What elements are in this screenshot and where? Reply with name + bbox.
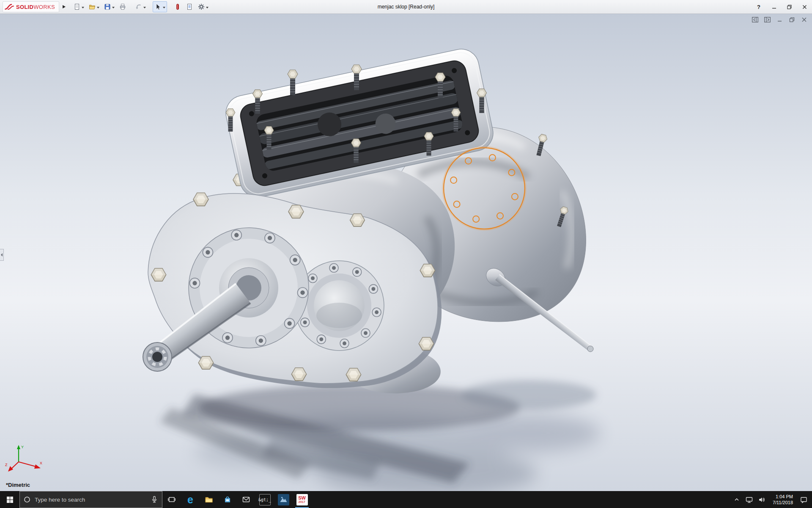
file-explorer-icon bbox=[205, 495, 213, 504]
ds-swoosh-icon bbox=[5, 3, 14, 10]
z-axis-arrow bbox=[8, 466, 13, 472]
standard-toolbar bbox=[71, 1, 210, 12]
start-button[interactable] bbox=[0, 491, 19, 508]
dropdown-caret bbox=[163, 7, 165, 10]
taskbar-app-edge[interactable]: e bbox=[181, 491, 200, 508]
windows-logo-icon bbox=[7, 497, 13, 503]
solidworks-2017-icon: SW 2017 bbox=[296, 494, 308, 505]
taskbar-app-command-prompt[interactable]: &gt;_ bbox=[255, 491, 274, 508]
dropdown-caret bbox=[82, 7, 84, 10]
orientation-triad: Y X Z bbox=[4, 443, 44, 479]
left-pane-collapse-tab[interactable] bbox=[0, 249, 4, 261]
brand-name: SOLIDWORKS bbox=[16, 4, 55, 10]
task-view-icon bbox=[168, 496, 176, 503]
options-button[interactable] bbox=[196, 1, 210, 12]
rebuild-icon bbox=[174, 3, 181, 11]
scene-svg[interactable] bbox=[0, 14, 812, 491]
taskbar-app-file-explorer[interactable] bbox=[200, 491, 218, 508]
open-folder-icon bbox=[88, 3, 96, 11]
minimize-button[interactable] bbox=[766, 0, 782, 14]
minimize-icon bbox=[777, 17, 782, 22]
secondary-bearing-cover[interactable] bbox=[294, 261, 384, 351]
edge-icon: e bbox=[187, 494, 193, 505]
collapse-arrow-icon bbox=[1, 253, 3, 257]
mail-envelope-icon bbox=[242, 495, 250, 504]
select-button[interactable] bbox=[153, 1, 167, 12]
close-button[interactable] bbox=[797, 0, 812, 14]
volume-status[interactable] bbox=[756, 491, 768, 508]
taskbar-app-store[interactable] bbox=[218, 491, 237, 508]
new-document-icon bbox=[73, 3, 81, 11]
undo-button[interactable] bbox=[133, 1, 148, 12]
taskbar-app-solidworks[interactable]: SW 2017 bbox=[293, 491, 311, 508]
document-minimize-button[interactable] bbox=[776, 16, 783, 23]
menu-flyout-button[interactable] bbox=[60, 1, 68, 12]
volume-icon bbox=[758, 496, 765, 503]
view-orientation-label: *Dimetric bbox=[6, 482, 30, 488]
store-bag-icon bbox=[223, 495, 232, 504]
save-icon bbox=[104, 3, 111, 11]
z-axis-label: Z bbox=[5, 463, 8, 467]
document-restore-button[interactable] bbox=[788, 16, 796, 23]
maximize-restore-button[interactable] bbox=[782, 0, 797, 14]
network-icon bbox=[746, 496, 753, 503]
command-prompt-icon: &gt;_ bbox=[259, 494, 271, 505]
window-controls: ? bbox=[751, 0, 812, 14]
new-document-button[interactable] bbox=[71, 1, 86, 12]
save-button[interactable] bbox=[102, 1, 116, 12]
help-button[interactable]: ? bbox=[751, 0, 766, 14]
task-view-button[interactable] bbox=[162, 491, 181, 508]
windows-taskbar: e &gt;_ SW 2017 bbox=[0, 491, 812, 508]
titlebar: SOLIDWORKS bbox=[0, 0, 812, 14]
cortana-icon[interactable] bbox=[24, 496, 30, 503]
restore-icon bbox=[787, 5, 792, 9]
x-axis-label: X bbox=[40, 461, 42, 465]
rebuild-button[interactable] bbox=[172, 1, 183, 12]
close-icon bbox=[802, 5, 807, 9]
taskbar-search-box[interactable] bbox=[19, 491, 162, 508]
options-gear-icon bbox=[198, 3, 205, 11]
y-axis-arrow bbox=[17, 445, 20, 449]
solidworks-logo: SOLIDWORKS bbox=[3, 1, 59, 12]
print-button[interactable] bbox=[117, 1, 128, 12]
clock-time: 1:04 PM bbox=[776, 494, 793, 500]
clock-date: 7/11/2018 bbox=[773, 500, 793, 505]
minimize-icon bbox=[772, 5, 776, 9]
open-button[interactable] bbox=[87, 1, 101, 12]
search-input[interactable] bbox=[34, 496, 147, 503]
undo-icon bbox=[135, 3, 143, 11]
show-right-pane-button[interactable] bbox=[763, 16, 771, 23]
action-center-button[interactable] bbox=[797, 491, 810, 508]
file-properties-button[interactable] bbox=[184, 1, 195, 12]
microphone-icon[interactable] bbox=[151, 496, 158, 503]
document-window-controls bbox=[751, 16, 808, 23]
restore-icon bbox=[789, 17, 795, 22]
print-icon bbox=[119, 3, 126, 11]
taskbar-app-photos[interactable] bbox=[274, 491, 293, 508]
photos-icon bbox=[278, 494, 289, 505]
hidden-icons-button[interactable] bbox=[730, 491, 743, 508]
dropdown-caret bbox=[143, 7, 146, 10]
flyout-arrow-icon bbox=[63, 5, 66, 8]
pane-right-icon bbox=[764, 17, 771, 22]
chevron-up-icon bbox=[734, 497, 740, 502]
pane-left-icon bbox=[752, 17, 758, 22]
close-icon bbox=[801, 17, 807, 22]
system-tray: 1:04 PM 7/11/2018 bbox=[730, 491, 812, 508]
document-close-button[interactable] bbox=[800, 16, 808, 23]
taskbar-clock[interactable]: 1:04 PM 7/11/2018 bbox=[773, 494, 793, 505]
dropdown-caret bbox=[206, 7, 208, 10]
dropdown-caret bbox=[97, 7, 99, 10]
network-status[interactable] bbox=[743, 491, 756, 508]
dropdown-caret bbox=[112, 7, 115, 10]
action-center-icon bbox=[800, 496, 807, 503]
taskbar-app-mail[interactable] bbox=[237, 491, 255, 508]
file-properties-icon bbox=[186, 3, 193, 11]
show-left-pane-button[interactable] bbox=[751, 16, 759, 23]
graphics-area[interactable]: Y X Z *Dimetric bbox=[0, 14, 812, 491]
window-title: menjac sklop [Read-only] bbox=[378, 4, 435, 10]
y-axis-label: Y bbox=[21, 445, 24, 449]
select-cursor-icon bbox=[154, 3, 162, 11]
